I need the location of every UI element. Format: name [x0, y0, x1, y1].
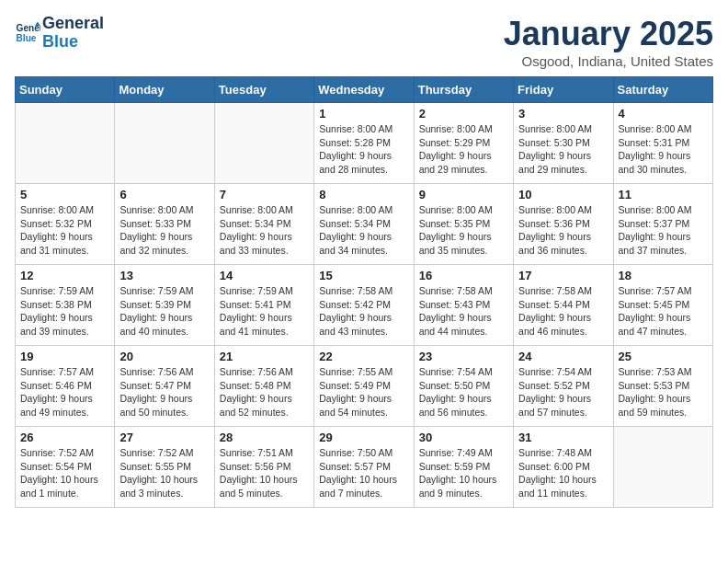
day-info: Sunrise: 8:00 AM Sunset: 5:34 PM Dayligh… [319, 203, 408, 258]
day-info: Sunrise: 8:00 AM Sunset: 5:32 PM Dayligh… [20, 203, 109, 258]
day-number: 11 [619, 188, 708, 201]
svg-text:Blue: Blue [17, 33, 37, 43]
day-number: 5 [20, 188, 109, 201]
day-info: Sunrise: 8:00 AM Sunset: 5:37 PM Dayligh… [619, 203, 708, 258]
day-number: 23 [419, 350, 508, 363]
day-number: 4 [619, 107, 708, 121]
weekday-header-monday: Monday [115, 77, 214, 103]
month-title: January 2025 [504, 15, 713, 53]
logo-text: General Blue [42, 15, 104, 52]
day-info: Sunrise: 7:59 AM Sunset: 5:39 PM Dayligh… [119, 284, 209, 339]
calendar-cell: 1Sunrise: 8:00 AM Sunset: 5:28 PM Daylig… [314, 103, 414, 184]
day-info: Sunrise: 7:55 AM Sunset: 5:49 PM Dayligh… [319, 365, 408, 419]
day-number: 27 [119, 431, 209, 444]
day-info: Sunrise: 8:00 AM Sunset: 5:30 PM Dayligh… [518, 122, 608, 177]
day-number: 8 [319, 188, 408, 201]
day-info: Sunrise: 8:00 AM Sunset: 5:34 PM Dayligh… [220, 203, 309, 258]
calendar-cell: 31Sunrise: 7:48 AM Sunset: 6:00 PM Dayli… [514, 427, 613, 508]
day-info: Sunrise: 7:59 AM Sunset: 5:38 PM Dayligh… [20, 284, 109, 339]
day-info: Sunrise: 7:51 AM Sunset: 5:56 PM Dayligh… [220, 446, 309, 500]
calendar-cell: 8Sunrise: 8:00 AM Sunset: 5:34 PM Daylig… [314, 184, 414, 265]
weekday-header-tuesday: Tuesday [214, 77, 313, 103]
day-info: Sunrise: 8:00 AM Sunset: 5:33 PM Dayligh… [119, 203, 209, 258]
calendar-cell: 15Sunrise: 7:58 AM Sunset: 5:42 PM Dayli… [314, 265, 414, 346]
day-number: 10 [518, 188, 608, 201]
day-info: Sunrise: 7:54 AM Sunset: 5:50 PM Dayligh… [419, 365, 508, 419]
day-number: 12 [20, 269, 109, 282]
day-number: 14 [220, 269, 309, 282]
day-info: Sunrise: 8:00 AM Sunset: 5:36 PM Dayligh… [518, 203, 608, 258]
day-number: 2 [419, 107, 508, 121]
day-info: Sunrise: 7:56 AM Sunset: 5:47 PM Dayligh… [119, 365, 209, 419]
logo: General Blue General Blue [15, 15, 104, 52]
day-info: Sunrise: 7:58 AM Sunset: 5:42 PM Dayligh… [319, 284, 408, 339]
calendar-table: SundayMondayTuesdayWednesdayThursdayFrid… [15, 76, 713, 508]
day-number: 28 [220, 431, 309, 444]
page-header: General Blue General Blue January 2025 O… [15, 15, 713, 69]
logo-icon: General Blue [15, 20, 40, 46]
day-number: 20 [119, 350, 209, 363]
day-info: Sunrise: 8:00 AM Sunset: 5:28 PM Dayligh… [319, 122, 408, 177]
week-row-2: 5Sunrise: 8:00 AM Sunset: 5:32 PM Daylig… [16, 184, 713, 265]
day-number: 16 [419, 269, 508, 282]
day-number: 24 [518, 350, 608, 363]
day-number: 19 [20, 350, 109, 363]
week-row-5: 26Sunrise: 7:52 AM Sunset: 5:54 PM Dayli… [16, 427, 713, 508]
calendar-cell: 3Sunrise: 8:00 AM Sunset: 5:30 PM Daylig… [514, 103, 613, 184]
day-number: 7 [220, 188, 309, 201]
day-info: Sunrise: 8:00 AM Sunset: 5:35 PM Dayligh… [419, 203, 508, 258]
day-info: Sunrise: 7:48 AM Sunset: 6:00 PM Dayligh… [518, 446, 608, 500]
week-row-4: 19Sunrise: 7:57 AM Sunset: 5:46 PM Dayli… [16, 346, 713, 427]
day-number: 26 [20, 431, 109, 444]
calendar-cell: 7Sunrise: 8:00 AM Sunset: 5:34 PM Daylig… [214, 184, 313, 265]
calendar-cell: 12Sunrise: 7:59 AM Sunset: 5:38 PM Dayli… [16, 265, 115, 346]
day-info: Sunrise: 7:58 AM Sunset: 5:43 PM Dayligh… [419, 284, 508, 339]
calendar-cell: 18Sunrise: 7:57 AM Sunset: 5:45 PM Dayli… [613, 265, 712, 346]
location-subtitle: Osgood, Indiana, United States [504, 53, 713, 69]
calendar-cell [613, 427, 712, 508]
day-number: 25 [619, 350, 708, 363]
day-number: 9 [419, 188, 508, 201]
calendar-cell: 17Sunrise: 7:58 AM Sunset: 5:44 PM Dayli… [514, 265, 613, 346]
calendar-cell: 11Sunrise: 8:00 AM Sunset: 5:37 PM Dayli… [613, 184, 712, 265]
calendar-cell [115, 103, 214, 184]
calendar-cell: 5Sunrise: 8:00 AM Sunset: 5:32 PM Daylig… [16, 184, 115, 265]
calendar-cell: 16Sunrise: 7:58 AM Sunset: 5:43 PM Dayli… [414, 265, 513, 346]
day-number: 21 [220, 350, 309, 363]
day-number: 15 [319, 269, 408, 282]
day-info: Sunrise: 7:57 AM Sunset: 5:45 PM Dayligh… [619, 284, 708, 339]
title-area: January 2025 Osgood, Indiana, United Sta… [504, 15, 713, 69]
calendar-cell [16, 103, 115, 184]
calendar-cell: 20Sunrise: 7:56 AM Sunset: 5:47 PM Dayli… [115, 346, 214, 427]
calendar-cell: 30Sunrise: 7:49 AM Sunset: 5:59 PM Dayli… [414, 427, 513, 508]
day-info: Sunrise: 7:57 AM Sunset: 5:46 PM Dayligh… [20, 365, 109, 419]
calendar-cell: 10Sunrise: 8:00 AM Sunset: 5:36 PM Dayli… [514, 184, 613, 265]
day-info: Sunrise: 7:52 AM Sunset: 5:55 PM Dayligh… [119, 446, 209, 500]
day-info: Sunrise: 7:50 AM Sunset: 5:57 PM Dayligh… [319, 446, 408, 500]
calendar-cell: 24Sunrise: 7:54 AM Sunset: 5:52 PM Dayli… [514, 346, 613, 427]
weekday-header-wednesday: Wednesday [314, 77, 414, 103]
day-number: 31 [518, 431, 608, 444]
day-info: Sunrise: 7:59 AM Sunset: 5:41 PM Dayligh… [220, 284, 309, 339]
calendar-cell: 21Sunrise: 7:56 AM Sunset: 5:48 PM Dayli… [214, 346, 313, 427]
calendar-cell: 23Sunrise: 7:54 AM Sunset: 5:50 PM Dayli… [414, 346, 513, 427]
day-number: 29 [319, 431, 408, 444]
calendar-cell: 14Sunrise: 7:59 AM Sunset: 5:41 PM Dayli… [214, 265, 313, 346]
week-row-1: 1Sunrise: 8:00 AM Sunset: 5:28 PM Daylig… [16, 103, 713, 184]
day-info: Sunrise: 8:00 AM Sunset: 5:31 PM Dayligh… [619, 122, 708, 177]
calendar-cell: 27Sunrise: 7:52 AM Sunset: 5:55 PM Dayli… [115, 427, 214, 508]
week-row-3: 12Sunrise: 7:59 AM Sunset: 5:38 PM Dayli… [16, 265, 713, 346]
weekday-header-friday: Friday [514, 77, 613, 103]
day-info: Sunrise: 7:52 AM Sunset: 5:54 PM Dayligh… [20, 446, 109, 500]
calendar-cell: 29Sunrise: 7:50 AM Sunset: 5:57 PM Dayli… [314, 427, 414, 508]
day-number: 17 [518, 269, 608, 282]
calendar-cell: 2Sunrise: 8:00 AM Sunset: 5:29 PM Daylig… [414, 103, 513, 184]
day-info: Sunrise: 8:00 AM Sunset: 5:29 PM Dayligh… [419, 122, 508, 177]
calendar-cell: 26Sunrise: 7:52 AM Sunset: 5:54 PM Dayli… [16, 427, 115, 508]
weekday-header-sunday: Sunday [16, 77, 115, 103]
weekday-header-thursday: Thursday [414, 77, 513, 103]
day-number: 13 [119, 269, 209, 282]
day-info: Sunrise: 7:49 AM Sunset: 5:59 PM Dayligh… [419, 446, 508, 500]
calendar-cell: 25Sunrise: 7:53 AM Sunset: 5:53 PM Dayli… [613, 346, 712, 427]
day-number: 1 [319, 107, 408, 121]
